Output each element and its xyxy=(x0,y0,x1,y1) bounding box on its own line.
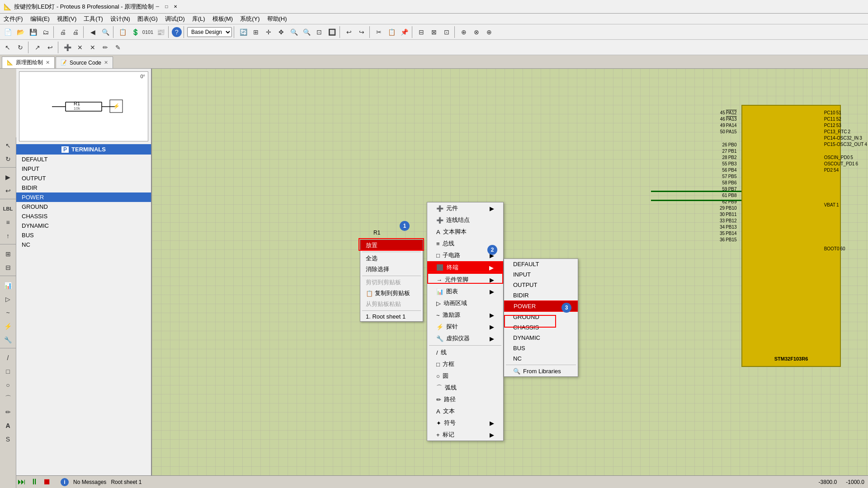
ctx-junction[interactable]: ➕连线结点 xyxy=(427,214,503,226)
ctx-path[interactable]: ✏路径 xyxy=(427,394,503,405)
ctx-pin[interactable]: →元件管脚▶ xyxy=(427,274,503,286)
terminal-dynamic[interactable]: DYNAMIC xyxy=(16,221,151,230)
zoom-area-button[interactable]: 🔲 xyxy=(326,26,338,38)
ctx-stimulus[interactable]: ~激励源▶ xyxy=(427,309,503,321)
tsub-input[interactable]: INPUT xyxy=(504,269,578,280)
open-button[interactable]: 📂 xyxy=(14,26,26,38)
terminal-chassis[interactable]: CHASSIS xyxy=(16,211,151,221)
path-tool[interactable]: ✏ xyxy=(2,406,14,418)
copy-button[interactable]: 📋 xyxy=(386,26,397,38)
graph-tool[interactable]: 📊 xyxy=(2,279,14,292)
comp-button[interactable]: ➕ xyxy=(61,42,73,53)
ctx-component[interactable]: ➕元件▶ xyxy=(427,202,503,214)
menu-template[interactable]: 模板(M) xyxy=(209,14,237,24)
line-draw-tool[interactable]: / xyxy=(2,352,14,364)
tsub-nc[interactable]: NC xyxy=(504,353,578,364)
menu-tools[interactable]: 工具(T) xyxy=(80,14,107,24)
ctx-place[interactable]: 放置 xyxy=(360,240,423,251)
probe-tool[interactable]: ⚡ xyxy=(2,320,14,333)
minimize-button[interactable]: ─ xyxy=(154,3,161,10)
text-tool[interactable]: A xyxy=(2,419,14,432)
tsub-dynamic[interactable]: DYNAMIC xyxy=(504,333,578,343)
ctx-arc[interactable]: ⌒弧线 xyxy=(427,382,503,394)
save-all-button[interactable]: 🗂 xyxy=(40,26,52,38)
grid-button[interactable]: ⊞ xyxy=(250,26,262,38)
prop3-button[interactable]: ⊕ xyxy=(483,26,495,38)
back-button[interactable]: ◀ xyxy=(87,26,99,38)
menu-edit[interactable]: 编辑(E) xyxy=(27,14,53,24)
zoom-in-button[interactable]: 🔍 xyxy=(288,26,300,38)
tsub-chassis[interactable]: CHASSIS xyxy=(504,322,578,333)
schematic-tab-close[interactable]: ✕ xyxy=(46,60,50,66)
terminal-bus[interactable]: BUS xyxy=(16,230,151,240)
tsub-ground[interactable]: GROUND xyxy=(504,312,578,322)
tsub-from-libraries[interactable]: 🔍 From Libraries xyxy=(504,366,578,376)
cut-button[interactable]: ✂ xyxy=(373,26,385,38)
bom-button[interactable]: 💲 xyxy=(129,26,141,38)
report-button[interactable]: 📰 xyxy=(155,26,166,38)
zoom-out-button[interactable]: 🔍 xyxy=(301,26,312,38)
step-button[interactable]: ⏭ xyxy=(16,477,27,487)
terminal-output[interactable]: OUTPUT xyxy=(16,174,151,183)
paste-button[interactable]: 📌 xyxy=(398,26,410,38)
pin-tool[interactable]: ⊟ xyxy=(2,261,14,274)
canvas-area[interactable]: 45PA12 46PA13 49PA14 50PA15 26PB0 27PB1 … xyxy=(152,69,868,475)
redo-button[interactable]: ↪ xyxy=(356,26,368,38)
del2-button[interactable]: ✕ xyxy=(87,42,99,53)
rotate-cw-button[interactable]: ↻ xyxy=(14,42,26,53)
menu-system[interactable]: 系统(Y) xyxy=(236,14,263,24)
undo2-button[interactable]: ↩ xyxy=(44,42,56,53)
stop-button[interactable]: ⏹ xyxy=(42,477,52,487)
terminal-default[interactable]: DEFAULT xyxy=(16,155,151,164)
move-button[interactable]: ✥ xyxy=(275,26,287,38)
ctx-chart[interactable]: 📊图表▶ xyxy=(427,286,503,297)
print-button[interactable]: 🖨 xyxy=(57,26,69,38)
menu-help[interactable]: 帮助(H) xyxy=(264,14,291,24)
digits-button[interactable]: 0101 xyxy=(142,26,154,38)
source-tool[interactable]: ~ xyxy=(2,306,14,319)
undo-button[interactable]: ↩ xyxy=(343,26,355,38)
ctx-probe[interactable]: ⚡探针▶ xyxy=(427,321,503,333)
save-button[interactable]: 💾 xyxy=(27,26,39,38)
maximize-button[interactable]: □ xyxy=(163,3,170,10)
prop4-button[interactable]: ✏ xyxy=(99,42,111,53)
menu-chart[interactable]: 图表(G) xyxy=(134,14,161,24)
refresh-button[interactable]: 🔄 xyxy=(237,26,249,38)
tsub-default[interactable]: DEFAULT xyxy=(504,259,578,269)
ctx-copy[interactable]: 📋复制到剪贴板 xyxy=(360,288,423,299)
zoom-fit-button[interactable]: ⊡ xyxy=(313,26,325,38)
new-button[interactable]: 📄 xyxy=(2,26,14,38)
ctx-root-sheet[interactable]: 1. Root sheet 1 xyxy=(360,312,423,321)
menu-file[interactable]: 文件(F) xyxy=(0,14,27,24)
del-button[interactable]: ✕ xyxy=(74,42,86,53)
ctx-deselect[interactable]: 消除选择 xyxy=(360,264,423,275)
edit-button[interactable]: ✎ xyxy=(112,42,124,53)
terminal-bidir[interactable]: BIDIR xyxy=(16,183,151,192)
tsub-bidir[interactable]: BIDIR xyxy=(504,290,578,300)
bus-tool[interactable]: ↑ xyxy=(2,230,14,242)
terminal-input[interactable]: INPUT xyxy=(16,164,151,174)
ctx-symbol[interactable]: ✦符号▶ xyxy=(427,417,503,429)
terminal-tool[interactable]: ⊞ xyxy=(2,248,14,260)
forward-button[interactable]: 🔍 xyxy=(99,26,111,38)
circle-tool[interactable]: ○ xyxy=(2,379,14,391)
label-tool[interactable]: LBL xyxy=(2,202,14,215)
component-tool[interactable]: ▶ xyxy=(2,171,14,183)
tab-source-code[interactable]: 📝 Source Code ✕ xyxy=(56,56,113,68)
ctx-text[interactable]: A文本 xyxy=(427,405,503,417)
rect-tool[interactable]: □ xyxy=(2,365,14,378)
menu-view[interactable]: 视图(V) xyxy=(53,14,80,24)
ctx-instrument[interactable]: 🔧虚拟仪器▶ xyxy=(427,333,503,344)
menu-lib[interactable]: 库(L) xyxy=(189,14,209,24)
symbol-tool[interactable]: S xyxy=(2,433,14,446)
place-button[interactable]: ↗ xyxy=(32,42,43,53)
terminal-power[interactable]: POWER xyxy=(16,192,151,202)
terminal-nc[interactable]: NC xyxy=(16,240,151,249)
close-button[interactable]: ✕ xyxy=(172,3,179,10)
help-button[interactable]: ? xyxy=(172,27,182,37)
ctx-line[interactable]: /线 xyxy=(427,347,503,358)
wire-tool[interactable]: ≡ xyxy=(2,216,14,229)
menu-design[interactable]: 设计(N) xyxy=(107,14,134,24)
ctx-select-all[interactable]: 全选 xyxy=(360,253,423,264)
select-button[interactable]: ↖ xyxy=(2,42,14,53)
